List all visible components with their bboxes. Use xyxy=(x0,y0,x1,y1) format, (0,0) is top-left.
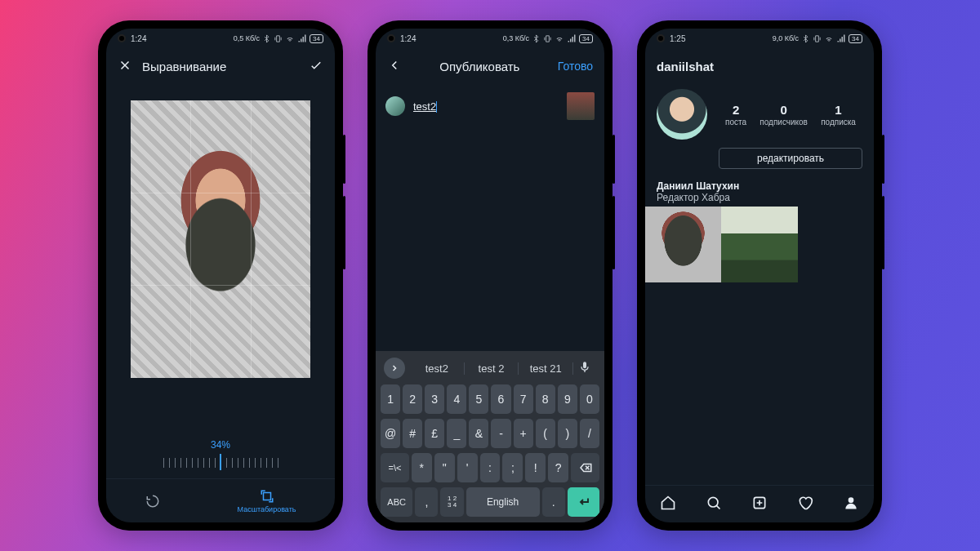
stat-following[interactable]: 1подписка xyxy=(821,103,856,127)
svg-point-1 xyxy=(708,497,718,507)
bluetooth-icon xyxy=(532,34,541,43)
key[interactable]: : xyxy=(480,453,501,482)
key[interactable]: 9 xyxy=(558,384,577,414)
suggestion[interactable]: test2 xyxy=(410,362,465,375)
avatar xyxy=(385,96,405,116)
back-icon[interactable] xyxy=(387,58,402,75)
app-bar: Опубликовать Готово xyxy=(376,48,604,84)
wifi-icon xyxy=(285,33,295,43)
zoom-slider[interactable] xyxy=(106,451,335,475)
key[interactable]: 1 xyxy=(381,384,400,414)
zoom-percent: 34% xyxy=(106,439,335,451)
bottom-nav xyxy=(645,485,874,522)
key[interactable]: 2 xyxy=(403,384,422,414)
key[interactable]: & xyxy=(469,419,488,448)
key[interactable]: ; xyxy=(502,453,523,482)
status-net: 9,0 Кб/с xyxy=(773,34,799,42)
key-enter[interactable] xyxy=(568,487,599,517)
photo-preview[interactable] xyxy=(131,100,310,378)
stat-posts[interactable]: 2поста xyxy=(725,103,746,127)
scale-button[interactable]: Масштабировать xyxy=(238,489,296,513)
camera-hole-icon xyxy=(387,34,395,42)
mic-icon[interactable] xyxy=(578,361,596,376)
nav-add-icon[interactable] xyxy=(751,495,768,514)
key-dot[interactable]: . xyxy=(542,487,565,517)
confirm-icon[interactable] xyxy=(309,58,323,75)
key[interactable]: 3 xyxy=(425,384,444,414)
key[interactable]: ? xyxy=(548,453,568,482)
username: daniilshat xyxy=(657,60,862,73)
bluetooth-icon xyxy=(801,34,810,43)
battery-icon: 34 xyxy=(310,34,323,43)
keyboard: test2 test 2 test 21 1234567890 @#£_&-+(… xyxy=(376,351,604,522)
status-time: 1:24 xyxy=(400,34,416,43)
rotate-button[interactable] xyxy=(145,494,160,509)
nav-heart-icon[interactable] xyxy=(797,495,813,514)
signal-icon xyxy=(297,33,307,43)
key[interactable]: 8 xyxy=(536,384,555,414)
key[interactable]: _ xyxy=(447,419,466,448)
key[interactable]: + xyxy=(514,419,533,448)
bluetooth-icon xyxy=(262,34,271,43)
key[interactable]: ) xyxy=(558,419,577,448)
camera-hole-icon xyxy=(657,34,665,42)
key-abc[interactable]: ABC xyxy=(381,487,412,517)
phone-profile: 1:25 9,0 Кб/с 34 daniilshat 2поста 0подп… xyxy=(637,20,882,531)
profile-bio: Редактор Хабра xyxy=(657,192,862,203)
status-time: 1:24 xyxy=(131,34,146,43)
key-comma[interactable]: , xyxy=(415,487,438,517)
key[interactable]: 7 xyxy=(514,384,533,414)
wifi-icon xyxy=(555,33,564,43)
page-title: Выравнивание xyxy=(132,60,309,73)
app-bar: daniilshat xyxy=(645,48,874,84)
stat-followers[interactable]: 0подписчиков xyxy=(760,103,808,127)
nav-profile-icon[interactable] xyxy=(843,495,859,514)
phone-publish: 1:24 0,3 Кб/с 34 Опубликовать Готово tes… xyxy=(368,20,612,531)
status-net: 0,3 Кб/с xyxy=(503,34,529,42)
key[interactable]: £ xyxy=(425,419,444,448)
key[interactable]: ( xyxy=(536,419,555,448)
key[interactable]: @ xyxy=(381,419,400,448)
profile-name: Даниил Шатухин xyxy=(657,180,862,192)
vibrate-icon xyxy=(813,34,822,43)
key[interactable]: # xyxy=(403,419,422,448)
key-numtoggle[interactable]: 1 2 3 4 xyxy=(440,487,463,517)
status-time: 1:25 xyxy=(670,34,685,43)
suggestion[interactable]: test 21 xyxy=(519,362,573,375)
suggestion[interactable]: test 2 xyxy=(465,362,519,375)
edit-profile-button[interactable]: редактировать xyxy=(719,148,862,169)
app-bar: Выравнивание xyxy=(106,48,335,84)
done-button[interactable]: Готово xyxy=(558,60,593,73)
nav-home-icon[interactable] xyxy=(660,495,676,514)
key[interactable]: " xyxy=(434,453,455,482)
post-thumbnail[interactable] xyxy=(645,207,721,282)
status-bar: 1:25 9,0 Кб/с 34 xyxy=(645,29,874,48)
key[interactable]: 5 xyxy=(469,384,488,414)
key[interactable]: * xyxy=(412,453,432,482)
key[interactable]: 6 xyxy=(491,384,510,414)
key-backspace[interactable] xyxy=(571,453,599,482)
expand-suggestions-icon[interactable] xyxy=(384,358,405,379)
svg-point-3 xyxy=(849,497,854,503)
status-bar: 1:24 0,5 Кб/с 34 xyxy=(106,29,335,48)
post-thumbnail[interactable] xyxy=(721,207,797,282)
key[interactable]: ' xyxy=(457,453,478,482)
wifi-icon xyxy=(824,33,834,43)
camera-hole-icon xyxy=(118,34,126,42)
key-symbols[interactable]: =\< xyxy=(381,453,409,482)
key[interactable]: 4 xyxy=(447,384,466,414)
close-icon[interactable] xyxy=(118,58,132,75)
nav-search-icon[interactable] xyxy=(706,495,722,514)
scale-label: Масштабировать xyxy=(238,505,296,513)
key[interactable]: ! xyxy=(525,453,546,482)
caption-input[interactable]: test2 xyxy=(413,99,437,113)
battery-icon: 34 xyxy=(579,34,593,43)
signal-icon xyxy=(836,33,846,43)
key-space[interactable]: English xyxy=(466,487,540,517)
avatar[interactable] xyxy=(657,89,707,140)
vibrate-icon xyxy=(543,34,552,43)
post-thumbnail[interactable] xyxy=(567,92,595,120)
key[interactable]: / xyxy=(580,419,599,448)
key[interactable]: 0 xyxy=(580,384,599,414)
key[interactable]: - xyxy=(491,419,510,448)
